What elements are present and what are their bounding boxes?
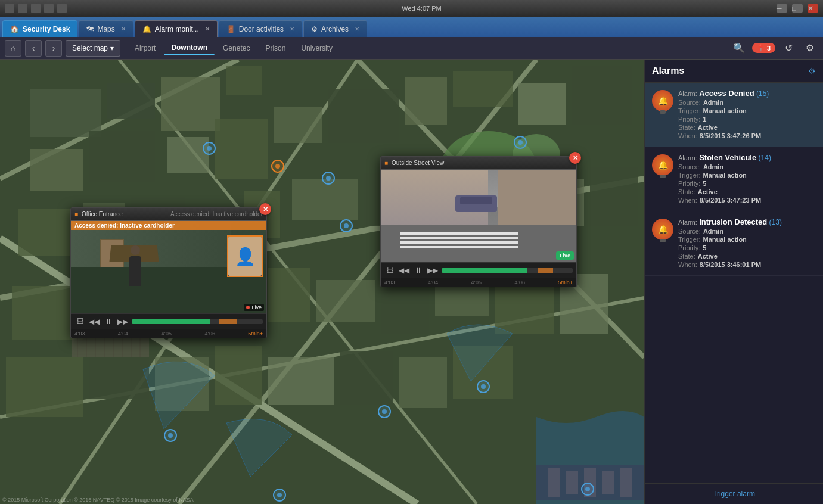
alarm-icon-intrusion: 🔔 <box>652 219 673 240</box>
sys-icon-1 <box>5 4 14 13</box>
camera-marker-7[interactable] <box>378 405 391 418</box>
pause-button-street[interactable]: ⏸ <box>413 265 424 276</box>
close-window-button[interactable]: ✕ <box>808 4 818 13</box>
camera-marker-10[interactable] <box>164 429 177 442</box>
trigger-alarm-button[interactable]: Trigger alarm <box>645 483 823 504</box>
alarm-name-3: Intrusion Detected <box>699 217 767 226</box>
timeline-current-street <box>538 268 553 273</box>
crosswalk-2 <box>400 241 518 244</box>
priority-label-3: Priority: <box>678 244 700 251</box>
alarm-item-intrusion[interactable]: 🔔 Alarm: Intrusion Detected (13) Source:… <box>645 211 823 276</box>
alarm-item-access-denied[interactable]: 🔔 Alarm: Access Denied (15) Source: Admi… <box>645 83 823 147</box>
svg-rect-20 <box>453 71 513 107</box>
alarm-trigger-row-3: Trigger: Manual action <box>678 236 816 243</box>
timeline-bar-street[interactable] <box>442 268 573 273</box>
tab-door-activities[interactable]: 🚪 Door activities ✕ <box>219 20 302 37</box>
timeline-bar-office[interactable] <box>132 319 263 324</box>
crosswalk-3 <box>400 237 518 239</box>
camera-marker-3[interactable] <box>514 136 527 149</box>
time-label-3: 4:05 <box>162 331 172 337</box>
fast-forward-button-street[interactable]: ▶▶ <box>427 265 438 276</box>
video-street-close-button[interactable]: ✕ <box>569 152 581 164</box>
priority-value-3: 5 <box>703 244 706 251</box>
alarm-state-row-3: State: Active <box>678 253 816 260</box>
tab-bar: 🏠 Security Desk 🗺 Maps ✕ 🔔 Alarm monit..… <box>0 17 823 37</box>
home-button[interactable]: ⌂ <box>5 40 21 57</box>
fast-forward-button[interactable]: ▶▶ <box>117 316 128 327</box>
tab-maps[interactable]: 🗺 Maps ✕ <box>79 20 133 37</box>
tab-maps-close[interactable]: ✕ <box>121 26 126 32</box>
forward-button[interactable]: › <box>45 40 62 57</box>
back-button[interactable]: ‹ <box>25 40 42 57</box>
maximize-button[interactable]: □ <box>792 4 803 13</box>
crosswalk-1 <box>400 246 518 248</box>
dropdown-chevron-icon: ▾ <box>110 44 114 52</box>
timeline-labels-office: 4:03 4:04 4:05 4:06 5min+ <box>71 329 266 338</box>
settings-button[interactable]: ⚙ <box>802 40 818 57</box>
map-area[interactable]: ✕ ■ Office Entrance Access denied: Inact… <box>0 60 644 504</box>
camera-marker-1[interactable] <box>203 142 216 155</box>
select-map-dropdown[interactable]: Select map ▾ <box>66 40 120 57</box>
car-roof <box>460 197 492 204</box>
tab-security-label: Security Desk <box>23 25 70 33</box>
crosswalk-4 <box>400 232 518 235</box>
video-office-close-button[interactable]: ✕ <box>259 203 271 215</box>
rewind-button-street[interactable]: ◀◀ <box>399 265 409 276</box>
video-office-alert-inline: Access denied: Inactive cardholder <box>170 211 263 217</box>
map-tab-prison[interactable]: Prison <box>258 42 293 55</box>
svg-rect-15 <box>167 137 209 173</box>
svg-rect-50 <box>268 357 334 405</box>
tab-security-desk[interactable]: 🏠 Security Desk <box>2 20 77 37</box>
map-tab-genetec[interactable]: Genetec <box>216 42 257 55</box>
svg-rect-13 <box>30 149 83 191</box>
camera-marker-8[interactable] <box>273 489 286 502</box>
minimize-button[interactable]: ─ <box>777 4 787 13</box>
alarm-name-row-1: Alarm: Access Denied (15) <box>678 89 816 98</box>
map-tab-university[interactable]: University <box>294 42 340 55</box>
st-time-label-1: 4:03 <box>384 279 395 285</box>
video-street-titlebar: ■ Outside Street View <box>381 157 576 170</box>
alarm-item-stolen-vehicle[interactable]: 🔔 Alarm: Stolen Vehicule (14) Source: Ad… <box>645 147 823 211</box>
select-map-label: Select map <box>72 44 108 52</box>
live-text: Live <box>251 304 262 310</box>
camera-marker-2[interactable] <box>322 172 335 185</box>
tab-archives[interactable]: ⚙ Archives ✕ <box>303 20 367 37</box>
alarm-count-badge[interactable]: 📍 3 <box>752 43 775 53</box>
camera-marker-5[interactable] <box>340 219 353 232</box>
camera-marker-6[interactable] <box>477 380 490 393</box>
camera-marker-9[interactable] <box>581 483 594 496</box>
live-dot-red <box>246 306 250 309</box>
search-button[interactable]: 🔍 <box>731 40 747 57</box>
st-time-label-5: 5min+ <box>558 279 573 285</box>
tab-archives-close[interactable]: ✕ <box>355 26 359 32</box>
alarm-count-3: (13) <box>769 218 782 226</box>
alarms-settings-icon[interactable]: ⚙ <box>808 66 816 76</box>
film-icon-street[interactable]: 🎞 <box>384 265 395 276</box>
toolbar: ⌂ ‹ › Select map ▾ Airport Downtown Gene… <box>0 37 823 60</box>
timeline-current-office <box>219 319 237 324</box>
svg-rect-44 <box>495 286 554 334</box>
rewind-button[interactable]: ◀◀ <box>89 316 100 327</box>
alarm-bell-icon-2: 🔔 <box>658 160 668 170</box>
trigger-label-2: Trigger: <box>678 172 701 179</box>
alarm-when-row-2: When: 8/5/2015 3:47:23 PM <box>678 197 816 204</box>
camera-marker-orange-1[interactable] <box>271 160 284 173</box>
video-street-body: Live <box>381 170 576 262</box>
history-button[interactable]: ↺ <box>780 40 797 57</box>
map-tab-airport[interactable]: Airport <box>128 42 163 55</box>
svg-rect-52 <box>399 357 447 408</box>
film-icon[interactable]: 🎞 <box>74 316 85 327</box>
pause-button[interactable]: ⏸ <box>103 316 114 327</box>
alarm-bell-icon-3: 🔔 <box>658 225 668 234</box>
tab-door-close[interactable]: ✕ <box>290 26 294 32</box>
tab-alarm-monitor[interactable]: 🔔 Alarm monit... ✕ <box>135 20 218 37</box>
tab-alarm-close[interactable]: ✕ <box>205 26 210 32</box>
map-tab-downtown[interactable]: Downtown <box>164 41 215 55</box>
video-office-controls: 🎞 ◀◀ ⏸ ▶▶ <box>71 313 266 329</box>
alarm-name-row-2: Alarm: Stolen Vehicule (14) <box>678 153 816 162</box>
alarms-panel: Alarms ⚙ 🔔 Alarm: Access Denied (15) Sou… <box>644 60 823 504</box>
alarm-name-row-3: Alarm: Intrusion Detected (13) <box>678 217 816 226</box>
video-street-live-badge: Live <box>556 251 574 260</box>
alarm-trigger-row-1: Trigger: Manual action <box>678 107 816 114</box>
street-road-lower <box>381 225 576 262</box>
